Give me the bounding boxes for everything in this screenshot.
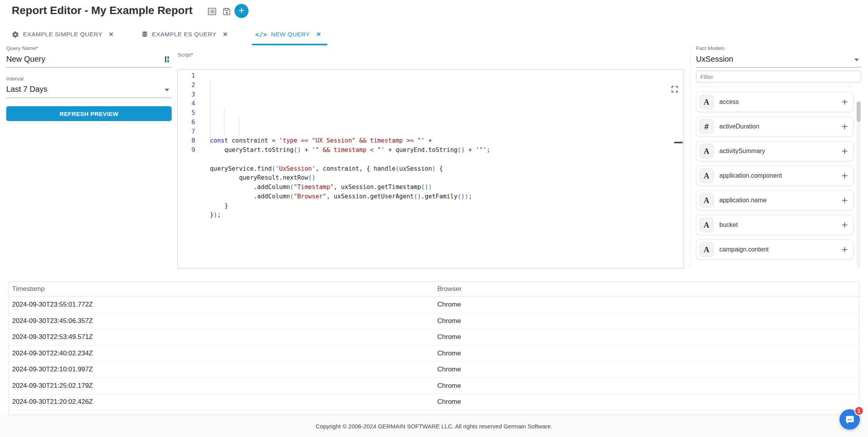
copyright-text: Copyright © 2006-2024 GERMAIN SOFTWARE L… <box>316 423 552 430</box>
editor-code-area[interactable]: const constraint = 'type == "UX Session"… <box>199 70 683 268</box>
fact-model-item-application.name[interactable]: Aapplication.name+ <box>696 190 854 210</box>
chat-bubble-icon <box>844 414 856 425</box>
code-line: const constraint = 'type == "UX Session"… <box>210 136 683 146</box>
fact-model-name: bucket <box>719 221 841 228</box>
gear-icon <box>12 31 19 38</box>
table-row: 2024-09-30T22:53:49.571ZChrome <box>9 329 859 346</box>
report-list-icon[interactable] <box>206 6 217 17</box>
fact-model-item-access[interactable]: Aaccess+ <box>696 92 854 112</box>
line-number: 4 <box>178 99 199 109</box>
number-type-icon: # <box>699 119 714 134</box>
notification-badge: 1 <box>854 406 864 416</box>
query-name-label: Query Name* <box>6 45 172 51</box>
column-header-timestamp: Timestamp <box>12 285 44 293</box>
filter-input[interactable] <box>696 71 861 82</box>
add-field-icon[interactable]: + <box>841 146 848 157</box>
text-type-icon: A <box>699 193 714 208</box>
tab-label: EXAMPLE ES QUERY <box>152 31 217 38</box>
query-name-value: New Query <box>6 55 172 64</box>
close-icon[interactable]: ✕ <box>316 31 321 38</box>
fact-models-panel: Fact Models UxSession Aaccess+#activeDur… <box>696 45 861 264</box>
timestamp-cell: 2024-09-30T23:45:06.357Z <box>12 317 93 325</box>
fact-model-name: campaign.content <box>719 246 841 253</box>
code-line: }); <box>210 210 683 220</box>
refresh-preview-button[interactable]: REFRESH PREVIEW <box>6 106 172 121</box>
tab-example-es-query[interactable]: EXAMPLE ES QUERY✕ <box>138 23 234 45</box>
fullscreen-icon[interactable] <box>649 76 679 105</box>
scrollbar-thumb[interactable] <box>857 102 861 122</box>
fact-model-select[interactable]: UxSession <box>696 55 861 68</box>
insert-field-icon[interactable] <box>165 55 171 65</box>
close-icon[interactable]: ✕ <box>109 31 114 38</box>
fact-model-scrollbar[interactable] <box>857 101 861 269</box>
line-number: 3 <box>178 90 199 100</box>
timestamp-cell: 2024-09-30T22:10:01.997Z <box>12 366 93 373</box>
text-type-icon: A <box>699 242 714 257</box>
table-header: TimestampBrowser <box>9 282 859 297</box>
editor-scrollbar-thumb[interactable] <box>674 142 683 143</box>
text-type-icon: A <box>699 95 714 109</box>
browser-cell: Chrome <box>437 366 461 373</box>
code-icon: </> <box>255 31 267 38</box>
fact-model-value: UxSession <box>696 55 861 64</box>
browser-cell: Chrome <box>437 382 461 390</box>
tab-example-simple-query[interactable]: EXAMPLE SIMPLE QUERY✕ <box>9 23 120 45</box>
close-icon[interactable]: ✕ <box>223 31 228 38</box>
timestamp-cell: 2024-09-30T21:25:02.179Z <box>12 382 93 390</box>
add-field-icon[interactable]: + <box>841 97 848 107</box>
code-line: queryStart.toString() + '" && timestamp … <box>210 146 683 155</box>
page-title: Report Editor - My Example Report <box>12 4 193 17</box>
chevron-down-icon <box>165 89 169 91</box>
line-number: 8 <box>178 136 199 146</box>
add-field-icon[interactable]: + <box>841 171 848 181</box>
tab-label: EXAMPLE SIMPLE QUERY <box>23 31 103 38</box>
fact-model-name: activitySummary <box>719 148 841 155</box>
browser-cell: Chrome <box>437 350 461 357</box>
tab-label: NEW QUERY <box>271 31 310 38</box>
fact-model-name: application.component <box>719 172 841 179</box>
timestamp-cell: 2024-09-30T21:20:02.426Z <box>12 398 93 406</box>
tab-new-query[interactable]: </>NEW QUERY✕ <box>252 23 327 45</box>
fact-model-name: access <box>719 98 841 105</box>
editor-gutter: 123456789 <box>178 70 199 268</box>
script-label: Script* <box>178 52 193 58</box>
fact-model-item-activeDuration[interactable]: #activeDuration+ <box>696 116 854 137</box>
add-field-icon[interactable]: + <box>841 121 848 132</box>
text-type-icon: A <box>699 144 714 159</box>
line-number: 7 <box>178 127 199 137</box>
text-type-icon: A <box>699 218 714 232</box>
fact-model-item-activitySummary[interactable]: AactivitySummary+ <box>696 141 854 161</box>
fact-model-name: activeDuration <box>719 123 841 130</box>
table-row: 2024-09-30T22:40:02.234ZChrome <box>9 346 859 362</box>
browser-cell: Chrome <box>437 301 461 309</box>
query-form-panel: Query Name* New Query Interval Last 7 Da… <box>6 45 172 121</box>
fact-model-item-application.component[interactable]: Aapplication.component+ <box>696 166 854 186</box>
save-icon[interactable] <box>221 6 232 17</box>
fact-model-item-bucket[interactable]: Abucket+ <box>696 215 854 235</box>
table-row: 2024-09-30T21:25:02.179ZChrome <box>9 378 859 394</box>
line-number: 2 <box>178 81 199 90</box>
table-row: 2024-09-30T23:45:06.357ZChrome <box>9 313 859 330</box>
browser-cell: Chrome <box>437 317 461 325</box>
browser-cell: Chrome <box>437 398 461 406</box>
fact-model-item-campaign.content[interactable]: Acampaign.content+ <box>696 239 854 260</box>
query-name-input[interactable]: New Query <box>6 55 172 68</box>
preview-table: TimestampBrowser 2024-09-30T23:55:01.772… <box>9 281 859 415</box>
code-line <box>210 155 683 164</box>
line-number: 6 <box>178 118 199 127</box>
interval-select[interactable]: Last 7 Days <box>6 85 172 98</box>
code-line: queryResult.nextRow() <box>210 173 683 183</box>
add-field-icon[interactable]: + <box>841 195 848 206</box>
table-row: 2024-09-30T23:55:01.772ZChrome <box>9 297 859 313</box>
add-field-icon[interactable]: + <box>841 244 848 255</box>
script-code-editor[interactable]: 123456789 const constraint = 'type == "U… <box>178 69 684 269</box>
table-row: 2024-09-30T21:15:05.266ZChrome <box>9 410 859 416</box>
footer: Copyright © 2006-2024 GERMAIN SOFTWARE L… <box>0 415 868 437</box>
line-number: 9 <box>178 146 199 155</box>
text-type-icon: A <box>699 168 714 183</box>
interval-value: Last 7 Days <box>6 85 172 94</box>
timestamp-cell: 2024-09-30T22:53:49.571Z <box>12 333 93 341</box>
fact-model-list: Aaccess+#activeDuration+AactivitySummary… <box>696 86 854 260</box>
add-field-icon[interactable]: + <box>841 220 848 230</box>
add-query-button[interactable]: + <box>234 4 249 18</box>
